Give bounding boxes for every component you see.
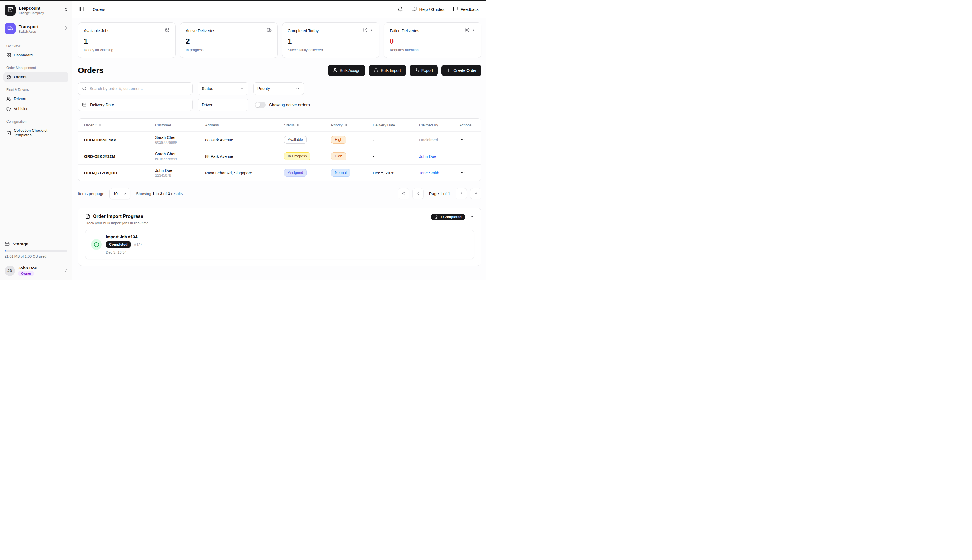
sidebar-toggle-button[interactable]: [79, 6, 84, 12]
column-header-address: Address: [205, 123, 284, 127]
import-job-ref: #134: [134, 243, 143, 247]
users-icon: [6, 97, 11, 102]
sidebar-item-dashboard[interactable]: Dashboard: [3, 50, 69, 60]
items-per-page-label: Items per page:: [78, 192, 105, 196]
column-header-priority[interactable]: Priority: [331, 123, 373, 127]
column-header-status[interactable]: Status: [284, 123, 331, 127]
toggle-knob: [255, 102, 260, 107]
company-logo: [5, 5, 16, 16]
delivery-date-label: Delivery Date: [90, 103, 114, 107]
customer-phone: 12345678: [155, 173, 205, 177]
active-orders-toggle[interactable]: [255, 102, 266, 108]
truck-icon: [267, 28, 272, 33]
avatar: JD: [5, 265, 15, 276]
sidebar-item-label: Drivers: [14, 97, 26, 101]
notifications-button[interactable]: [398, 6, 403, 12]
column-header-order[interactable]: Order #: [84, 123, 155, 127]
bulk-import-button[interactable]: Bulk Import: [369, 65, 406, 76]
import-job-item: Import Job #134 Completed #134 Dec 3, 13…: [85, 230, 474, 259]
download-icon: [414, 68, 419, 73]
circle-x-icon: [465, 28, 470, 33]
ellipsis-icon: [460, 137, 465, 143]
stat-subtitle: Successfully delivered: [288, 48, 374, 52]
import-progress-subtitle: Track your bulk import jobs in real-time: [85, 221, 148, 225]
import-progress-title: Order Import Progress: [93, 213, 143, 219]
first-page-button[interactable]: [398, 188, 409, 199]
sort-icon: [173, 123, 176, 127]
sidebar-item-collection-checklist-templates[interactable]: Collection Checklist Templates: [3, 126, 69, 140]
customer-name: Sarah Chen: [155, 152, 205, 156]
driver-filter-select[interactable]: Driver: [197, 98, 248, 111]
column-header-claimed-by: Claimed By: [419, 123, 459, 127]
claimed-by-link[interactable]: John Doe: [419, 154, 436, 159]
status-filter-label: Status: [202, 86, 213, 91]
topbar: Orders Help / Guides: [72, 1, 486, 18]
company-switcher[interactable]: Leapcount Change Company: [0, 1, 72, 19]
sort-icon: [98, 123, 102, 127]
stat-card-available-jobs: Available Jobs 1 Ready for claiming: [78, 22, 176, 58]
export-button[interactable]: Export: [410, 65, 438, 76]
chevrons-left-icon: [401, 191, 406, 196]
customer-cell: Sarah Chen 60187778899: [155, 135, 205, 145]
app-switcher[interactable]: Transport Switch Apps: [0, 19, 72, 38]
driver-filter-label: Driver: [202, 103, 212, 107]
customer-cell: John Doe 12345678: [155, 168, 205, 177]
chevrons-right-icon: [474, 191, 478, 196]
chevron-down-icon: [240, 103, 244, 107]
completed-count-badge: 1 Completed: [431, 213, 465, 220]
success-check-icon: [91, 239, 102, 250]
priority-badge: High: [331, 136, 346, 143]
table-row[interactable]: ORD-QZGYVQHH John Doe 12345678 Paya Leba…: [78, 164, 481, 181]
help-guides-label: Help / Guides: [419, 7, 444, 12]
table-row[interactable]: ORD-O8KJY32M Sarah Chen 60187778899 88 P…: [78, 148, 481, 164]
customer-cell: Sarah Chen 60187778899: [155, 152, 205, 161]
stat-value: 1: [288, 37, 374, 45]
sidebar-item-vehicles[interactable]: Vehicles: [3, 104, 69, 114]
help-guides-link[interactable]: Help / Guides: [412, 6, 444, 12]
sidebar: Leapcount Change Company Transport Switc…: [0, 1, 72, 280]
page-status: Page 1 of 1: [429, 192, 450, 196]
customer-name: Sarah Chen: [155, 135, 205, 140]
divider: [88, 7, 89, 12]
stat-card-completed-today[interactable]: Completed Today 1 Successfully delivered: [282, 22, 380, 58]
message-square-icon: [453, 6, 458, 12]
table-row[interactable]: ORD-OH6NE7MP Sarah Chen 60187778899 88 P…: [78, 132, 481, 148]
last-page-button[interactable]: [470, 188, 482, 199]
feedback-link[interactable]: Feedback: [453, 6, 478, 12]
priority-badge: High: [331, 152, 346, 160]
stat-subtitle: Ready for claiming: [84, 48, 170, 52]
bell-icon: [398, 6, 403, 12]
row-actions-button[interactable]: [459, 136, 467, 144]
order-number: ORD-QZGYVQHH: [84, 171, 155, 175]
sidebar-item-drivers[interactable]: Drivers: [3, 94, 69, 104]
user-name: John Doe: [18, 266, 60, 270]
sidebar-item-orders[interactable]: Orders: [3, 72, 69, 82]
chevrons-up-down-icon: [64, 268, 68, 273]
column-header-customer[interactable]: Customer: [155, 123, 205, 127]
next-page-button[interactable]: [456, 188, 467, 199]
claimed-by-link[interactable]: Jane Smith: [419, 171, 439, 175]
stat-card-failed-deliveries[interactable]: Failed Deliveries 0 Requires attention: [384, 22, 482, 58]
sidebar-item-label: Dashboard: [14, 53, 33, 57]
delivery-date-filter-button[interactable]: Delivery Date: [78, 98, 193, 111]
stat-subtitle: In progress: [186, 48, 272, 52]
create-order-button[interactable]: Create Order: [442, 65, 482, 76]
content: Available Jobs 1 Ready for claiming Acti…: [72, 18, 486, 280]
status-badge: In Progress: [284, 152, 310, 160]
status-badge: Available: [284, 136, 307, 143]
priority-filter-select[interactable]: Priority: [253, 82, 304, 95]
bulk-assign-button[interactable]: Bulk Assign: [328, 65, 365, 76]
collapse-button[interactable]: [470, 214, 474, 220]
search-box: [78, 82, 193, 95]
orders-table: Order # Customer Address Status: [78, 118, 482, 181]
row-actions-button[interactable]: [459, 169, 467, 177]
order-number: ORD-OH6NE7MP: [84, 138, 155, 142]
previous-page-button[interactable]: [412, 188, 424, 199]
status-filter-select[interactable]: Status: [197, 82, 248, 95]
row-actions-button[interactable]: [459, 152, 467, 160]
user-menu[interactable]: JD John Doe Owner: [0, 262, 72, 280]
nav-section-fleet-drivers: Fleet & Drivers: [6, 88, 66, 92]
items-per-page-select[interactable]: 10: [109, 188, 130, 199]
chevrons-up-down-icon: [64, 7, 68, 13]
search-input[interactable]: [90, 86, 188, 91]
